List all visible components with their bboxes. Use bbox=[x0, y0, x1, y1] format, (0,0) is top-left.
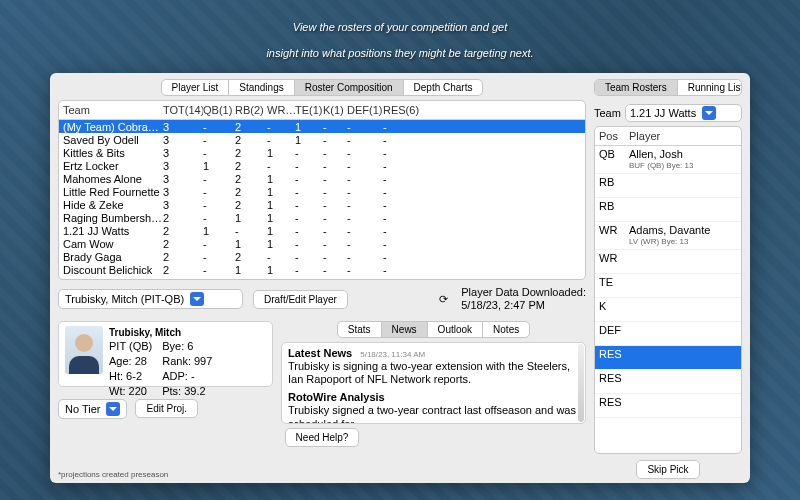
draft-edit-button[interactable]: Draft/Edit Player bbox=[253, 290, 348, 309]
promo-line-1: View the rosters of your competition and… bbox=[293, 21, 507, 33]
col-header[interactable]: RB(2) bbox=[235, 104, 267, 116]
roster-row[interactable]: K bbox=[595, 298, 741, 322]
team-roster-list: Pos Player QBAllen, JoshBUF (QB) Bye: 13… bbox=[594, 126, 742, 454]
col-header[interactable]: Team bbox=[63, 104, 163, 116]
table-row[interactable]: Brady Gaga2-2----- bbox=[59, 250, 585, 263]
promo-line-2: insight into what positions they might b… bbox=[266, 47, 533, 59]
tab-standings[interactable]: Standings bbox=[229, 80, 294, 95]
detail-tab-stats[interactable]: Stats bbox=[338, 322, 382, 337]
app-window: Player ListStandingsRoster CompositionDe… bbox=[50, 73, 750, 483]
tab-player-list[interactable]: Player List bbox=[162, 80, 230, 95]
chevron-down-icon bbox=[190, 292, 204, 306]
analysis-body: Trubisky signed a two-year contract last… bbox=[288, 404, 579, 424]
main-tabs: Player ListStandingsRoster CompositionDe… bbox=[161, 79, 484, 96]
player-select-label: Trubisky, Mitch (PIT-QB) bbox=[65, 293, 184, 305]
table-row[interactable]: Saved By Odell3-2-1--- bbox=[59, 133, 585, 146]
col-header[interactable]: TOT(14) bbox=[163, 104, 203, 116]
roster-row[interactable]: RES bbox=[595, 346, 741, 370]
side-tab-running-list[interactable]: Running List bbox=[678, 80, 742, 95]
refresh-icon[interactable]: ⟳ bbox=[435, 291, 451, 307]
skip-pick-button[interactable]: Skip Pick bbox=[636, 460, 699, 479]
col-header[interactable]: DEF(1) bbox=[347, 104, 383, 116]
roster-composition-table: TeamTOT(14)QB(1)RB(2)WR…TE(1)K(1)DEF(1)R… bbox=[58, 100, 586, 280]
analysis-heading: RotoWire Analysis bbox=[288, 391, 385, 403]
table-row[interactable]: Dalvin & Hobbes2---1--1 bbox=[59, 276, 585, 279]
detail-tab-news[interactable]: News bbox=[382, 322, 428, 337]
table-row[interactable]: Little Red Fournette3-21---- bbox=[59, 185, 585, 198]
side-tabs: Team RostersRunning List bbox=[594, 79, 742, 96]
tier-select[interactable]: No Tier bbox=[58, 399, 127, 419]
news-body: Trubisky is signing a two-year extension… bbox=[288, 360, 579, 388]
roster-row[interactable]: WRAdams, DavanteLV (WR) Bye: 13 bbox=[595, 222, 741, 250]
detail-tabs: StatsNewsOutlookNotes bbox=[337, 321, 530, 338]
player-avatar bbox=[65, 326, 103, 374]
table-body: (My Team) Cobra…3-2-1---Saved By Odell3-… bbox=[59, 120, 585, 279]
news-panel: Latest News5/18/23, 11:34 AM Trubisky is… bbox=[281, 342, 586, 424]
chevron-down-icon bbox=[106, 402, 120, 416]
roster-row[interactable]: WR bbox=[595, 250, 741, 274]
roster-row[interactable]: DEF bbox=[595, 322, 741, 346]
table-row[interactable]: 1.21 JJ Watts21-1---- bbox=[59, 224, 585, 237]
need-help-button[interactable]: Need Help? bbox=[285, 428, 360, 447]
tab-depth-charts[interactable]: Depth Charts bbox=[404, 80, 483, 95]
col-header[interactable]: TE(1) bbox=[295, 104, 323, 116]
team-label: Team bbox=[594, 107, 621, 119]
news-date: 5/18/23, 11:34 AM bbox=[360, 350, 425, 359]
table-row[interactable]: Kittles & Bits3-21---- bbox=[59, 146, 585, 159]
roster-row[interactable]: RB bbox=[595, 198, 741, 222]
edit-projection-button[interactable]: Edit Proj. bbox=[135, 399, 198, 418]
team-select[interactable]: 1.21 JJ Watts bbox=[625, 104, 742, 122]
player-card: Trubisky, Mitch PIT (QB)Bye: 6 Age: 28Ra… bbox=[58, 321, 273, 387]
roster-row[interactable]: RB bbox=[595, 174, 741, 198]
col-header[interactable]: WR… bbox=[267, 104, 295, 116]
table-row[interactable]: Hide & Zeke3-21---- bbox=[59, 198, 585, 211]
col-header[interactable]: QB(1) bbox=[203, 104, 235, 116]
player-name: Trubisky, Mitch bbox=[109, 326, 212, 340]
side-tab-team-rosters[interactable]: Team Rosters bbox=[595, 80, 678, 95]
table-row[interactable]: Ertz Locker312----- bbox=[59, 159, 585, 172]
tab-roster-composition[interactable]: Roster Composition bbox=[295, 80, 404, 95]
detail-tab-outlook[interactable]: Outlook bbox=[428, 322, 483, 337]
table-row[interactable]: Discount Belichick2-11---- bbox=[59, 263, 585, 276]
table-row[interactable]: Cam Wow2-11---- bbox=[59, 237, 585, 250]
roster-row[interactable]: TE bbox=[595, 274, 741, 298]
detail-tab-notes[interactable]: Notes bbox=[483, 322, 529, 337]
table-row[interactable]: Mahomes Alone3-21---- bbox=[59, 172, 585, 185]
player-select[interactable]: Trubisky, Mitch (PIT-QB) bbox=[58, 289, 243, 309]
roster-row[interactable]: RES bbox=[595, 394, 741, 418]
footnote: *projections created preseason bbox=[58, 470, 586, 479]
col-header[interactable]: RES(6) bbox=[383, 104, 419, 116]
table-header: TeamTOT(14)QB(1)RB(2)WR…TE(1)K(1)DEF(1)R… bbox=[59, 101, 585, 120]
news-heading: Latest News bbox=[288, 347, 352, 359]
table-row[interactable]: (My Team) Cobra…3-2-1--- bbox=[59, 120, 585, 133]
promo-banner: View the rosters of your competition and… bbox=[0, 0, 800, 65]
chevron-down-icon bbox=[702, 106, 716, 120]
col-header[interactable]: K(1) bbox=[323, 104, 347, 116]
table-row[interactable]: Raging Bumbersh…2-11---- bbox=[59, 211, 585, 224]
roster-row[interactable]: RES bbox=[595, 370, 741, 394]
roster-row[interactable]: QBAllen, JoshBUF (QB) Bye: 13 bbox=[595, 146, 741, 174]
download-status: Player Data Downloaded: 5/18/23, 2:47 PM bbox=[461, 286, 586, 312]
